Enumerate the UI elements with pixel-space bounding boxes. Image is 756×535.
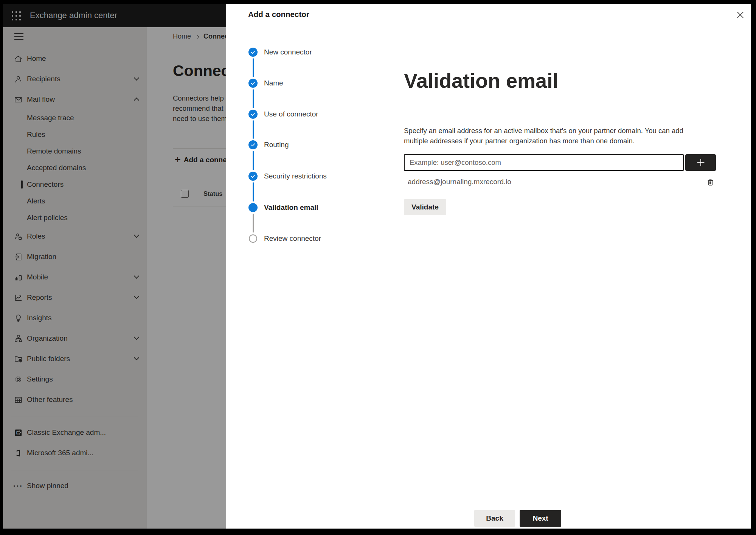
panel-content: Validation email Specify an email addres… [380, 27, 751, 499]
step-completed-check-icon [248, 110, 258, 119]
wizard-step-label: Name [264, 79, 283, 87]
step-connector-line [253, 89, 254, 108]
step-completed-check-icon [248, 140, 258, 149]
email-list-row: address@journaling.mxrecord.io [404, 171, 717, 193]
panel-header: Add a connector [226, 4, 751, 27]
wizard-step-label: New connector [264, 48, 312, 56]
wizard-step-new-connector[interactable]: New connector [226, 44, 380, 60]
step-heading: Validation email [404, 69, 558, 92]
delete-email-button[interactable] [706, 178, 715, 187]
step-connector-line [253, 151, 254, 170]
email-input-row [404, 154, 716, 171]
wizard-steps-nav: New connectorNameUse of connectorRouting… [226, 27, 380, 500]
step-connector-line [253, 182, 254, 202]
wizard-step-label: Security restrictions [264, 172, 327, 180]
wizard-step-validation-email[interactable]: Validation email [226, 199, 380, 216]
wizard-step-label: Validation email [264, 203, 318, 212]
step-connector-line [253, 214, 254, 233]
panel-title: Add a connector [248, 4, 309, 27]
add-connector-panel: Add a connector New connectorNameUse of … [226, 4, 751, 529]
step-description: Specify an email address for an active m… [404, 126, 683, 146]
wizard-step-security-restrictions[interactable]: Security restrictions [226, 168, 380, 185]
wizard-step-label: Use of connector [264, 110, 318, 118]
close-button[interactable] [733, 8, 747, 22]
trash-icon [706, 178, 715, 187]
panel-footer: Back Next [226, 500, 751, 529]
wizard-step-label: Routing [264, 141, 289, 149]
plus-icon [695, 157, 706, 168]
step-upcoming-icon [249, 234, 257, 243]
close-icon [736, 11, 745, 19]
step-completed-check-icon [248, 79, 258, 88]
validation-email-input[interactable] [404, 154, 684, 171]
next-button[interactable]: Next [520, 510, 561, 527]
wizard-step-use-of-connector[interactable]: Use of connector [226, 106, 380, 123]
wizard-step-name[interactable]: Name [226, 75, 380, 91]
back-button[interactable]: Back [474, 510, 515, 527]
wizard-step-routing[interactable]: Routing [226, 136, 380, 153]
step-current-icon [248, 203, 258, 212]
wizard-step-label: Review connector [264, 234, 321, 243]
wizard-step-review-connector[interactable]: Review connector [226, 230, 380, 247]
step-connector-line [253, 58, 254, 77]
step-connector-line [253, 120, 254, 139]
add-email-button[interactable] [685, 154, 716, 171]
modal-dim-overlay [3, 4, 226, 529]
step-completed-check-icon [248, 48, 258, 57]
screen: Exchange admin center HomeRecipientsMail… [3, 4, 751, 529]
validate-button[interactable]: Validate [404, 199, 446, 215]
step-completed-check-icon [248, 172, 258, 181]
email-address: address@journaling.mxrecord.io [408, 178, 511, 186]
